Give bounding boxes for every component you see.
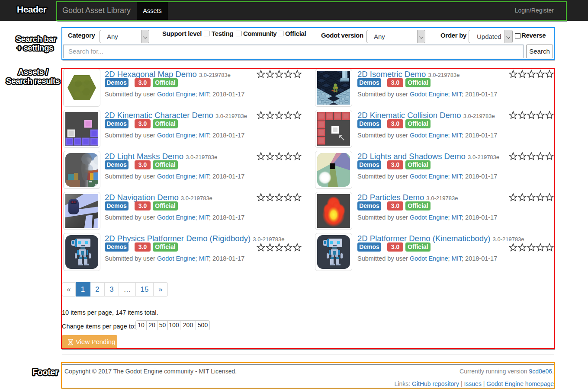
svg-text:Search bar: Search bar <box>16 35 56 44</box>
svg-text:+ settings: + settings <box>17 43 53 52</box>
svg-text:Search results: Search results <box>6 77 60 86</box>
svg-text:Header: Header <box>17 4 47 14</box>
svg-text:Assets /: Assets / <box>18 67 48 77</box>
svg-text:Footer: Footer <box>32 367 58 377</box>
